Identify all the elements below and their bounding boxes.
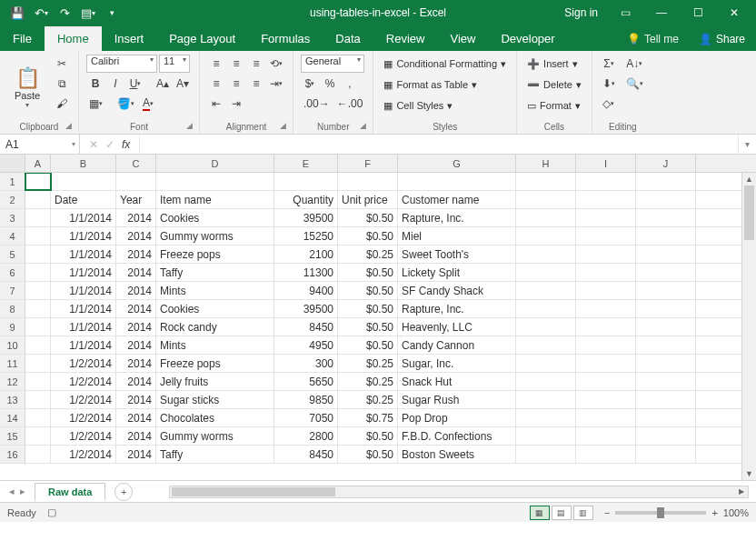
expand-formula-bar-button[interactable]: ▾ [738, 135, 756, 154]
cell[interactable]: 1/2/2014 [51, 355, 116, 372]
tab-data[interactable]: Data [323, 26, 373, 51]
cell[interactable]: Chocolates [156, 409, 274, 426]
cell[interactable]: 1/2/2014 [51, 446, 116, 463]
cell[interactable]: Unit price [338, 191, 398, 208]
row-header[interactable]: 4 [0, 227, 25, 245]
cell[interactable]: $0.25 [338, 245, 398, 263]
cell[interactable]: 1/1/2014 [51, 336, 116, 354]
row-header[interactable]: 8 [0, 300, 25, 317]
tell-me-search[interactable]: 💡 Tell me [618, 27, 688, 51]
cell[interactable] [516, 355, 576, 372]
row-header[interactable]: 3 [0, 209, 25, 226]
cell[interactable]: $0.50 [338, 282, 398, 299]
cell[interactable]: Taffy [156, 446, 274, 463]
cell[interactable] [25, 427, 51, 445]
cell[interactable] [516, 427, 576, 445]
wrap-merge-button[interactable]: ⇥▾ [267, 75, 285, 93]
comma-format-button[interactable]: , [341, 75, 359, 93]
cell[interactable] [516, 209, 576, 226]
cell[interactable] [576, 282, 636, 299]
enter-formula-icon[interactable]: ✓ [105, 138, 114, 151]
cell[interactable]: 39500 [274, 209, 338, 226]
tab-insert[interactable]: Insert [102, 26, 157, 51]
cell[interactable] [25, 391, 51, 408]
cell[interactable]: Cookies [156, 209, 274, 226]
cell[interactable] [25, 318, 51, 336]
cell[interactable]: $0.25 [338, 373, 398, 390]
cell[interactable] [636, 336, 696, 354]
fx-label[interactable]: fx [122, 138, 130, 151]
cell[interactable]: 2014 [116, 282, 156, 299]
zoom-level[interactable]: 100% [723, 507, 749, 518]
cell[interactable] [636, 227, 696, 245]
cell[interactable]: Sweet Tooth's [398, 245, 516, 263]
orientation-button[interactable]: ⟲▾ [267, 55, 285, 73]
macro-record-icon[interactable]: ▢ [47, 506, 56, 518]
underline-button[interactable]: U▾ [126, 75, 144, 93]
cell[interactable] [576, 245, 636, 263]
increase-decimal-button[interactable]: .00→ [301, 95, 333, 113]
increase-indent-button[interactable]: ⇥ [227, 95, 245, 113]
cell[interactable] [636, 191, 696, 208]
cell[interactable]: Sugar sticks [156, 391, 274, 408]
cell[interactable] [25, 191, 51, 208]
cell[interactable]: 9850 [274, 391, 338, 408]
scroll-down-arrow[interactable]: ▼ [742, 467, 756, 480]
cell[interactable] [576, 191, 636, 208]
conditional-formatting-button[interactable]: ▦ Conditional Formatting ▾ [381, 55, 509, 73]
cell[interactable]: 2014 [116, 245, 156, 263]
cell[interactable]: Sugar Rush [398, 391, 516, 408]
scroll-right-arrow[interactable]: ▶ [735, 486, 748, 497]
format-painter-button[interactable]: 🖌 [53, 95, 71, 113]
cell[interactable]: 2014 [116, 209, 156, 226]
save-icon[interactable]: 💾 [7, 3, 27, 23]
cell[interactable]: Snack Hut [398, 373, 516, 390]
align-bottom-button[interactable]: ≡ [247, 55, 265, 73]
number-dialog-launcher[interactable]: ◢ [360, 121, 371, 132]
column-header-B[interactable]: B [51, 155, 116, 172]
cell[interactable] [576, 318, 636, 336]
cell[interactable]: 2014 [116, 446, 156, 463]
cell[interactable]: 2014 [116, 336, 156, 354]
cell[interactable]: Gummy worms [156, 427, 274, 445]
cell[interactable]: $0.50 [338, 427, 398, 445]
cell[interactable]: Lickety Split [398, 264, 516, 281]
cell[interactable] [25, 282, 51, 299]
cell[interactable] [25, 264, 51, 281]
cell[interactable]: $0.50 [338, 300, 398, 317]
select-all-corner[interactable] [0, 155, 25, 172]
cell[interactable] [516, 227, 576, 245]
cell[interactable]: Jelly fruits [156, 373, 274, 390]
row-header[interactable]: 10 [0, 336, 25, 354]
column-header-H[interactable]: H [516, 155, 576, 172]
cell[interactable]: 2014 [116, 355, 156, 372]
row-header[interactable]: 9 [0, 318, 25, 336]
cell[interactable]: 39500 [274, 300, 338, 317]
tab-developer[interactable]: Developer [488, 26, 567, 51]
accounting-format-button[interactable]: $▾ [301, 75, 319, 93]
row-header[interactable]: 1 [0, 173, 25, 190]
vertical-scrollbar[interactable]: ▲ ▼ [741, 173, 756, 480]
cell[interactable]: 5650 [274, 373, 338, 390]
cell[interactable]: Taffy [156, 264, 274, 281]
vscroll-thumb[interactable] [744, 185, 754, 240]
cell[interactable] [636, 245, 696, 263]
cell[interactable]: $0.50 [338, 446, 398, 463]
cell[interactable]: Pop Drop [398, 409, 516, 426]
close-button[interactable]: ✕ [716, 0, 752, 25]
number-format-select[interactable]: General [301, 55, 364, 73]
italic-button[interactable]: I [106, 75, 124, 93]
zoom-out-button[interactable]: − [604, 507, 610, 518]
cell[interactable]: 1/1/2014 [51, 300, 116, 317]
cell[interactable]: Heavenly, LLC [398, 318, 516, 336]
cell[interactable] [636, 173, 696, 190]
cell[interactable]: Rapture, Inc. [398, 209, 516, 226]
row-header[interactable]: 15 [0, 427, 25, 445]
clear-button[interactable]: ◇▾ [600, 95, 618, 113]
cell[interactable] [25, 373, 51, 390]
cell[interactable]: 9400 [274, 282, 338, 299]
cell[interactable]: Mints [156, 336, 274, 354]
cell[interactable] [25, 227, 51, 245]
find-select-button[interactable]: 🔍▾ [623, 75, 646, 93]
column-header-G[interactable]: G [398, 155, 516, 172]
